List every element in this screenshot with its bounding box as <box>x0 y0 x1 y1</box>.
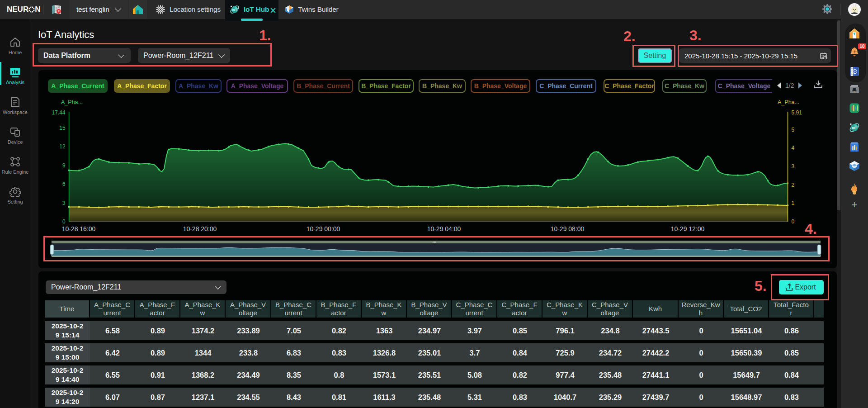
svg-text:A_Pha...: A_Pha... <box>778 99 799 105</box>
svg-text:10-29 12:00: 10-29 12:00 <box>671 225 705 232</box>
svg-text:10-29 08:00: 10-29 08:00 <box>551 225 585 232</box>
svg-text:0: 0 <box>62 218 66 225</box>
svg-text:9: 9 <box>62 162 66 169</box>
svg-text:1: 1 <box>792 200 795 206</box>
svg-text:2: 2 <box>792 182 795 188</box>
svg-text:10-28 20:00: 10-28 20:00 <box>183 225 217 232</box>
svg-text:3: 3 <box>792 163 795 170</box>
svg-text:10-29 00:00: 10-29 00:00 <box>307 225 340 232</box>
svg-text:10-29 04:00: 10-29 04:00 <box>427 225 461 232</box>
svg-text:IoT: IoT <box>232 8 237 11</box>
svg-text:17.44: 17.44 <box>52 109 66 116</box>
svg-text:10-28 16:00: 10-28 16:00 <box>62 225 96 232</box>
svg-text:A_Pha...: A_Pha... <box>61 99 83 105</box>
svg-text:4: 4 <box>792 145 795 151</box>
svg-text:IoT: IoT <box>852 126 857 130</box>
svg-text:0: 0 <box>792 218 795 225</box>
svg-text:12: 12 <box>59 143 66 150</box>
svg-text:15: 15 <box>59 125 66 131</box>
svg-text:5.91: 5.91 <box>792 109 802 116</box>
svg-text:3: 3 <box>62 200 66 206</box>
svg-text:6: 6 <box>62 181 66 187</box>
svg-text:5: 5 <box>792 127 795 133</box>
